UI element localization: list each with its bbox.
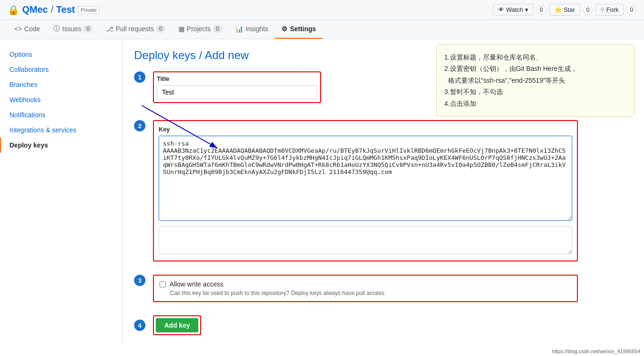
issues-icon: ⓘ: [53, 25, 60, 33]
write-access-outer: Allow write access Can this key be used …: [153, 275, 578, 302]
watch-button[interactable]: 👁 Watch ▾: [493, 4, 534, 16]
annotation-line-4: 3.暂时不知，不勾选: [444, 87, 627, 97]
sidebar-item-notifications[interactable]: Notifications: [0, 107, 122, 122]
repo-name-link[interactable]: Test: [56, 4, 75, 15]
allow-write-checkbox[interactable]: [160, 281, 166, 287]
star-label: Star: [564, 6, 575, 13]
projects-icon: ▦: [178, 25, 185, 33]
fork-icon: ⑂: [601, 6, 604, 13]
watch-dropdown-icon: ▾: [525, 6, 528, 13]
allow-write-label: Allow write access: [169, 280, 223, 288]
content-area: 1.设置标题，尽量和仓库名同名、 2.设置密钥（公钥），由Git Bash He…: [123, 39, 644, 345]
watch-label: Watch: [506, 6, 523, 13]
tab-settings[interactable]: ⚙ Settings: [275, 20, 322, 39]
step-1-circle: 1: [134, 71, 145, 83]
write-access-row: Allow write access: [160, 280, 571, 288]
write-access-section: 3 Allow write access Can this key be use…: [134, 275, 633, 310]
insights-icon: 📊: [235, 25, 243, 33]
repo-owner-link[interactable]: QMec: [22, 4, 48, 15]
step-4-circle: 4: [134, 320, 145, 331]
title-box: Title: [153, 71, 321, 103]
tab-projects[interactable]: ▦ Projects 0: [172, 20, 229, 39]
visibility-badge: Private: [78, 6, 100, 14]
star-icon: ⭐: [554, 6, 562, 13]
svg-line-0: [142, 105, 217, 148]
sidebar-item-branches[interactable]: Branches: [0, 77, 122, 92]
write-access-description: Can this key be used to push to this rep…: [170, 290, 571, 296]
sidebar-item-integrations[interactable]: Integrations & services: [0, 122, 122, 138]
step-3-circle: 3: [134, 275, 145, 286]
tab-insights[interactable]: 📊 Insights: [229, 20, 275, 39]
sidebar: Options Collaborators Branches Webhooks …: [0, 39, 123, 345]
fork-count: 0: [627, 6, 636, 14]
star-count: 0: [583, 6, 593, 14]
annotation-line-2: 2.设置密钥（公钥），由Git Bash Here生成，: [444, 63, 627, 74]
annotation-box: 1.设置标题，尽量和仓库名同名、 2.设置密钥（公钥），由Git Bash He…: [436, 44, 635, 117]
fork-button[interactable]: ⑂ Fork: [595, 4, 624, 16]
title-label: Title: [157, 75, 317, 82]
nav-tabs: <> Code ⓘ Issues 0 ⎇ Pull requests 0 ▦ P…: [0, 20, 644, 39]
repo-separator: /: [51, 4, 53, 15]
main-layout: Options Collaborators Branches Webhooks …: [0, 39, 644, 345]
settings-icon: ⚙: [281, 25, 288, 33]
key-additional-textarea[interactable]: [159, 226, 572, 254]
sidebar-item-webhooks[interactable]: Webhooks: [0, 92, 122, 107]
eye-icon: 👁: [498, 6, 504, 13]
page-title-suffix: Add new: [204, 49, 248, 61]
tab-pull-requests[interactable]: ⎇ Pull requests 0: [99, 20, 172, 39]
sidebar-item-collaborators[interactable]: Collaborators: [0, 62, 122, 77]
annotation-line-3: 格式要求以"ssh-rsa","end-25519"等开头: [444, 75, 627, 86]
repo-header: 🔒 QMec / Test Private 👁 Watch ▾ 0 ⭐ Star…: [0, 0, 644, 20]
title-input[interactable]: [157, 85, 317, 99]
pr-icon: ⎇: [106, 25, 113, 33]
repo-actions: 👁 Watch ▾ 0 ⭐ Star 0 ⑂ Fork 0: [493, 4, 636, 16]
page-title-sep: /: [199, 49, 204, 61]
repo-title: 🔒 QMec / Test Private: [8, 4, 493, 16]
star-button[interactable]: ⭐ Star: [549, 4, 580, 16]
sidebar-item-options[interactable]: Options: [0, 47, 122, 62]
add-key-button[interactable]: Add key: [156, 318, 198, 332]
code-icon: <>: [14, 25, 22, 33]
sidebar-item-deploy-keys[interactable]: Deploy keys: [0, 138, 122, 153]
lock-icon: 🔒: [8, 4, 19, 16]
add-key-outer: Add key: [153, 315, 201, 335]
fork-label: Fork: [606, 6, 619, 13]
add-key-section: 4 Add key: [134, 315, 633, 335]
tab-issues[interactable]: ⓘ Issues 0: [47, 20, 99, 39]
tab-code[interactable]: <> Code: [8, 20, 47, 39]
annotation-line-5: 4.点击添加: [444, 98, 627, 109]
watch-count: 0: [536, 6, 546, 14]
annotation-arrow: [137, 101, 231, 157]
annotation-line-1: 1.设置标题，尽量和仓库名同名、: [444, 52, 627, 62]
page-title-prefix: Deploy keys: [134, 49, 196, 61]
